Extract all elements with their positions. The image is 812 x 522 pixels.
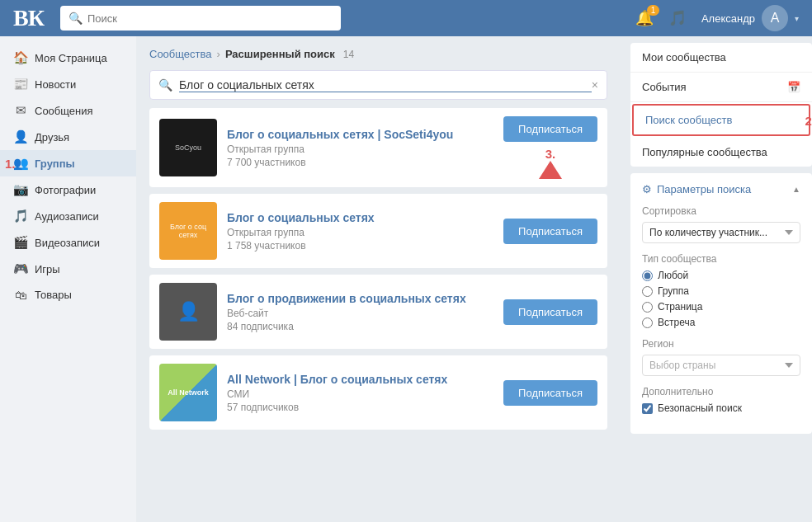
right-menu: Мои сообщества События 📅 Поиск сообществ… — [630, 43, 812, 167]
subscribe-button-4[interactable]: Подписаться — [503, 380, 597, 406]
right-menu-search-communities[interactable]: Поиск сообществ 2. — [632, 104, 810, 136]
type-section: Тип сообщества Любой Группа Страница — [642, 253, 800, 328]
type-event-label: Встреча — [658, 317, 695, 328]
type-radio-any[interactable]: Любой — [642, 270, 800, 281]
arrow-up-icon — [539, 161, 562, 179]
type-label: Тип сообщества — [642, 253, 800, 265]
search-clear-button[interactable]: × — [592, 78, 598, 92]
params-header-label: Параметры поиска — [657, 183, 751, 195]
result-avatar-2: Блог о соц сетях — [159, 202, 217, 260]
video-icon: 🎬 — [13, 235, 28, 250]
right-panel: Мои сообщества События 📅 Поиск сообществ… — [630, 43, 812, 434]
sidebar-label-news: Новости — [35, 78, 76, 91]
events-calendar-icon: 📅 — [787, 81, 800, 93]
groups-icon: 👥 — [13, 156, 28, 171]
sidebar-item-photos[interactable]: 📷 Фотографии — [0, 176, 136, 203]
extra-section: Дополнительно Безопасный поиск — [642, 386, 800, 414]
result-members-3: 84 подписчика — [227, 321, 493, 332]
main-content: Сообщества › Расширенный поиск 14 🔍 × So… — [136, 36, 621, 522]
annotation-1: 1. — [5, 157, 16, 171]
params-header-chevron: ▲ — [792, 185, 800, 194]
home-icon: 🏠 — [13, 50, 28, 65]
sidebar-item-friends[interactable]: 👤 Друзья — [0, 124, 136, 150]
region-label: Регион — [642, 338, 800, 350]
result-name-3[interactable]: Блог о продвижении в социальных сетях — [227, 292, 493, 305]
sidebar-label-audio: Аудиозаписи — [35, 210, 99, 223]
photos-icon: 📷 — [13, 182, 28, 197]
result-item-4: All Network All Network | Блог о социаль… — [149, 355, 607, 430]
type-any-label: Любой — [658, 270, 688, 281]
subscribe-button-3[interactable]: Подписаться — [503, 299, 597, 325]
sidebar-item-news[interactable]: 📰 Новости — [0, 71, 136, 97]
right-menu-my-communities-label: Мои сообщества — [642, 51, 726, 63]
messages-icon: ✉ — [13, 103, 28, 118]
annotation-3: 3. — [545, 147, 556, 161]
params-header[interactable]: ⚙ Параметры поиска ▲ — [642, 183, 800, 195]
bell-badge: 1 — [647, 5, 659, 16]
breadcrumb-count: 14 — [343, 49, 354, 60]
user-menu[interactable]: Александр А ▾ — [701, 5, 799, 31]
username-label: Александр — [701, 12, 755, 25]
goods-icon: 🛍 — [13, 288, 28, 302]
sidebar-label-my-page: Моя Страница — [35, 52, 107, 64]
sidebar-label-photos: Фотографии — [35, 184, 96, 196]
sidebar-label-friends: Друзья — [35, 131, 69, 143]
region-section: Регион Выбор страны — [642, 338, 800, 376]
result-type-2: Открытая группа — [227, 227, 493, 238]
community-search-bar[interactable]: 🔍 × — [149, 70, 607, 100]
sidebar-item-games[interactable]: 🎮 Игры — [0, 256, 136, 282]
breadcrumb-parent[interactable]: Сообщества — [149, 48, 212, 60]
right-menu-my-communities[interactable]: Мои сообщества — [630, 43, 812, 73]
vk-logo: ВК — [13, 5, 44, 31]
sidebar-label-games: Игры — [35, 263, 60, 275]
type-radio-page[interactable]: Страница — [642, 301, 800, 313]
topbar: ВК 🔍 🔔 1 🎵 Александр А ▾ — [0, 0, 812, 36]
right-menu-popular-communities[interactable]: Популярные сообщества — [630, 138, 812, 167]
community-search-input[interactable] — [179, 78, 592, 92]
type-group-label: Группа — [658, 285, 689, 297]
type-radio-group-opt[interactable]: Группа — [642, 285, 800, 297]
sidebar-item-goods[interactable]: 🛍 Товары — [0, 282, 136, 308]
safe-search-checkbox[interactable]: Безопасный поиск — [642, 402, 800, 414]
result-members-2: 1 758 участников — [227, 240, 493, 252]
right-menu-events-label: События — [642, 81, 687, 93]
sidebar-item-my-page[interactable]: 🏠 Моя Страница — [0, 45, 136, 71]
sidebar-item-video[interactable]: 🎬 Видеозаписи — [0, 229, 136, 256]
sort-select[interactable]: По количеству участник... — [642, 222, 800, 243]
right-menu-events[interactable]: События 📅 — [630, 73, 812, 102]
global-search-bar[interactable]: 🔍 — [60, 6, 341, 31]
result-name-1[interactable]: Блог о социальных сетях | SocSeti4you — [227, 128, 493, 141]
type-radio-event[interactable]: Встреча — [642, 317, 800, 328]
result-info-3: Блог о продвижении в социальных сетях Ве… — [227, 292, 493, 332]
sidebar-item-messages[interactable]: ✉ Сообщения — [0, 97, 136, 124]
audio-icon: 🎵 — [13, 209, 28, 223]
music-icon[interactable]: 🎵 — [668, 9, 687, 27]
global-search-input[interactable] — [87, 12, 333, 25]
safe-search-label: Безопасный поиск — [658, 402, 742, 414]
breadcrumb: Сообщества › Расширенный поиск 14 — [149, 48, 607, 60]
extra-label: Дополнительно — [642, 386, 800, 397]
notifications-bell[interactable]: 🔔 1 — [635, 9, 654, 27]
right-menu-search-label: Поиск сообществ — [645, 114, 732, 126]
sidebar-item-groups[interactable]: 👥 Группы 1. — [0, 150, 136, 176]
breadcrumb-current: Расширенный поиск — [225, 48, 335, 60]
subscribe-button-2[interactable]: Подписаться — [503, 219, 597, 244]
sort-label: Сортировка — [642, 205, 800, 217]
games-icon: 🎮 — [13, 261, 28, 276]
result-name-4[interactable]: All Network | Блог о социальных сетях — [227, 373, 493, 386]
result-type-1: Открытая группа — [227, 143, 493, 155]
result-avatar-1: SoCyou — [159, 119, 217, 176]
sidebar-item-audio[interactable]: 🎵 Аудиозаписи — [0, 203, 136, 229]
result-name-2[interactable]: Блог о социальных сетях — [227, 211, 493, 224]
subscribe-button-1[interactable]: Подписаться — [503, 116, 597, 142]
result-members-4: 57 подписчиков — [227, 402, 493, 413]
avatar: А — [762, 5, 788, 31]
annotation-2: 2. — [805, 113, 812, 127]
region-select[interactable]: Выбор страны — [642, 355, 800, 376]
topbar-icons: 🔔 1 🎵 Александр А ▾ — [635, 5, 799, 31]
main-layout: 🏠 Моя Страница 📰 Новости ✉ Сообщения 👤 Д… — [0, 36, 812, 522]
result-type-4: СМИ — [227, 388, 493, 400]
result-item-2: Блог о соц сетях Блог о социальных сетях… — [149, 194, 607, 268]
result-avatar-4: All Network — [159, 364, 217, 421]
sidebar-label-groups: Группы — [35, 158, 75, 170]
